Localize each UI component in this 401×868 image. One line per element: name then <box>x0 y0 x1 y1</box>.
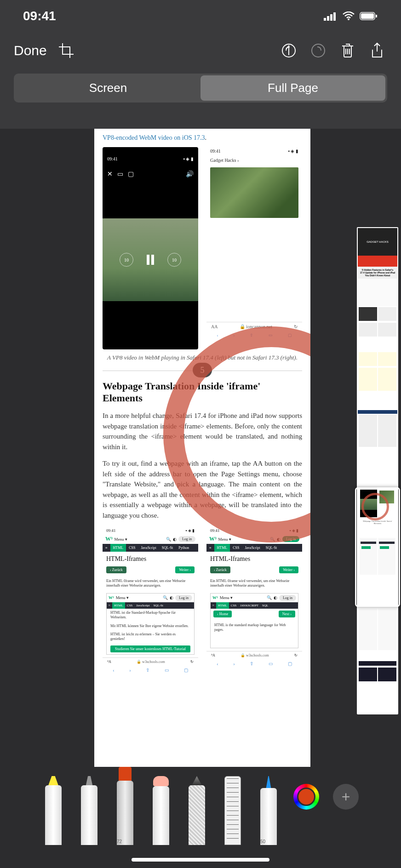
share-mini-icon: ⇧ <box>250 333 253 337</box>
ruler-tool[interactable] <box>222 776 244 845</box>
video-comparison-row: 09:41 ▪ ◈ ▮ ✕▭▢🔊 10 10 09:41 ▪ ◈ ▮ <box>103 147 302 349</box>
eraser-tool[interactable] <box>150 776 172 845</box>
video-thumbnail <box>210 167 298 218</box>
paragraph-1: In a more helpful change, Safari 17.4 fo… <box>103 411 302 452</box>
page-preview[interactable]: VP8-encoded WebM video on iOS 17.3. 09:4… <box>94 129 310 767</box>
section-title: Webpage Translation Inside 'iframe' Elem… <box>103 380 302 404</box>
svg-rect-1 <box>327 16 329 21</box>
battery-icon <box>360 11 378 21</box>
redo-icon <box>308 40 328 61</box>
tab-bar: Screen Full Page <box>14 74 387 103</box>
marker-tool[interactable]: 72 <box>114 767 136 845</box>
rewind-icon: 10 <box>120 253 133 267</box>
article-content: VP8-encoded WebM video on iOS 17.3. 09:4… <box>94 129 310 680</box>
tabs-icon: ▢ <box>288 333 292 337</box>
svg-rect-6 <box>361 13 374 19</box>
pencil-tool[interactable] <box>186 776 208 845</box>
top-link: VP8-encoded WebM video on iOS 17.3 <box>103 134 205 141</box>
share-icon[interactable] <box>367 40 387 61</box>
section-number: 5 <box>193 363 212 377</box>
svg-point-4 <box>348 18 349 20</box>
fullpage-thumbnail-strip[interactable]: GADGET HACKS 5 Hidden Features in Safari… <box>357 227 398 714</box>
image-caption: A VP8 video in WebM playing in Safari 17… <box>103 354 302 361</box>
thumb-header: GADGET HACKS <box>358 228 397 256</box>
undo-icon[interactable] <box>279 40 299 61</box>
translate-comparison-row: 09:41▪ ◈ ▮ W³ Menu ▾ 🔍 ◐ Log in ≡ HTML C… <box>103 527 302 674</box>
home-indicator[interactable] <box>132 858 269 862</box>
markup-tools-tray: 72 50 + <box>0 767 401 868</box>
svg-rect-0 <box>324 18 326 21</box>
done-button[interactable]: Done <box>14 43 47 58</box>
toolbar: Done <box>0 32 401 69</box>
cellular-icon <box>324 11 338 21</box>
pen-tool-blue[interactable]: 50 <box>258 776 280 845</box>
current-color <box>297 788 315 806</box>
video-left-screenshot: 09:41 ▪ ◈ ▮ ✕▭▢🔊 10 10 <box>103 147 198 349</box>
video-frame: 10 10 <box>103 218 198 301</box>
safari-bar: AA 🔒 ioncannon.net ↻ ‹ › ⇧ ▭ ▢ <box>206 322 302 349</box>
pause-icon <box>143 252 158 268</box>
svg-rect-2 <box>330 14 332 21</box>
translate-left-screenshot: 09:41▪ ◈ ▮ W³ Menu ▾ 🔍 ◐ Log in ≡ HTML C… <box>103 527 198 674</box>
paragraph-2: To try it out, find a webpage with an if… <box>103 458 302 520</box>
tab-screen[interactable]: Screen <box>16 75 200 101</box>
crop-icon[interactable] <box>56 40 76 61</box>
pen-tool-yellow[interactable] <box>42 776 64 845</box>
reload-icon: ↻ <box>294 324 298 329</box>
status-icons <box>324 11 378 21</box>
nav-back-icon: ‹ <box>217 333 218 337</box>
section-divider: 5 <box>103 371 302 371</box>
color-picker[interactable] <box>293 784 319 810</box>
bookmarks-icon: ▭ <box>269 333 273 337</box>
status-bar: 09:41 <box>0 0 401 32</box>
video-right-screenshot: 09:41 ▪ ◈ ▮ Gadget Hacks › AA 🔒 ioncanno… <box>206 147 302 349</box>
forward-icon: 10 <box>167 253 181 267</box>
status-time: 09:41 <box>23 9 56 23</box>
nav-fwd-icon: › <box>233 333 235 337</box>
wifi-icon <box>342 11 355 21</box>
trash-icon[interactable] <box>338 40 358 61</box>
translate-right-screenshot: 09:41▪ ◈ ▮ W³ Menu ▾ 🔍 ◐ Log in ≡ HTML C… <box>206 527 302 674</box>
add-tool-button[interactable]: + <box>333 784 359 810</box>
tab-fullpage[interactable]: Full Page <box>200 75 385 101</box>
svg-rect-7 <box>376 15 377 17</box>
pen-tool-gray[interactable] <box>78 776 100 845</box>
svg-rect-3 <box>333 12 336 21</box>
svg-point-9 <box>312 44 325 57</box>
content-area: VP8-encoded WebM video on iOS 17.3. 09:4… <box>0 129 401 767</box>
thumb-title: 5 Hidden Features in Safari's 17.4 Updat… <box>358 267 397 279</box>
